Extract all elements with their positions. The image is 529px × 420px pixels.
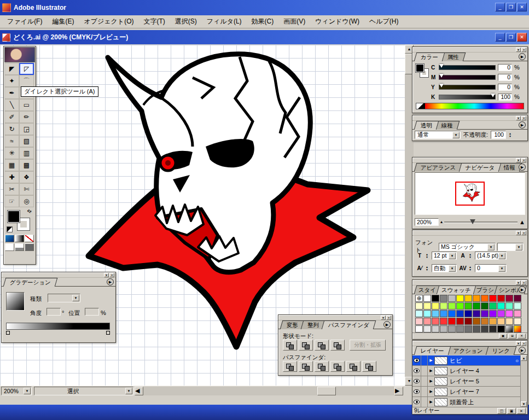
dropdown-arrow-icon[interactable]: ▼ (72, 295, 79, 301)
font-size-field[interactable]: 12 pt ▼ (432, 252, 457, 260)
layer-row[interactable]: ▶レイヤー 4 (412, 366, 520, 376)
swatch[interactable] (423, 295, 431, 302)
layer-row[interactable]: ▶ヒビ○ (412, 355, 520, 366)
character-palette-titlebar[interactable]: ▼ ✕ (412, 230, 527, 236)
swatch[interactable] (415, 325, 423, 332)
opacity-field[interactable]: 100 (491, 131, 506, 139)
menu-file[interactable]: ファイル(F) (2, 15, 47, 28)
swap-fill-stroke-icon[interactable]: ⇄ (26, 208, 33, 214)
swatch[interactable] (514, 295, 521, 302)
collapse-button[interactable]: ▼ (516, 281, 521, 285)
menu-filter[interactable]: フィルタ(L) (202, 15, 247, 28)
lock-toggle[interactable] (421, 376, 428, 387)
fullscreen-menu-button[interactable] (15, 243, 24, 251)
expand-triangle-icon[interactable]: ▶ (428, 379, 434, 383)
navigator-preview[interactable] (415, 172, 525, 215)
swatch[interactable] (448, 302, 456, 310)
kerning-field[interactable]: 自動 ▼ (432, 264, 457, 272)
font-family-dropdown[interactable]: MS ゴシック ▼ (439, 243, 496, 251)
yellow-value-field[interactable]: 0 (498, 84, 512, 91)
eyedropper-tool[interactable]: ✚ (4, 171, 19, 183)
swatch[interactable] (497, 318, 505, 325)
dropdown-arrow-icon[interactable]: ▼ (452, 132, 460, 138)
fill-proxy-small[interactable] (416, 64, 424, 72)
close-button[interactable]: ✕ (521, 341, 526, 346)
swatch[interactable] (489, 310, 497, 317)
swatch[interactable] (473, 325, 480, 332)
slider-knob[interactable] (491, 94, 495, 97)
swatch[interactable] (448, 310, 456, 317)
gradient-type-dropdown[interactable]: ▼ (48, 294, 80, 302)
zoom-dropdown-arrow-icon[interactable]: ▼ (24, 388, 31, 394)
swatch[interactable] (505, 295, 513, 302)
dropdown-arrow-icon[interactable]: ▼ (449, 265, 456, 272)
menu-select[interactable]: 選択(S) (170, 15, 202, 28)
menu-object[interactable]: オブジェクト(O) (79, 15, 138, 28)
hscroll-right-button[interactable]: ▶ (394, 387, 403, 395)
slice-tool[interactable]: ✂ (4, 183, 19, 195)
unite-button[interactable] (283, 340, 297, 351)
scroll-down-button[interactable]: ▼ (521, 401, 527, 407)
swatch[interactable] (473, 318, 480, 325)
swatch[interactable] (456, 310, 464, 317)
swatch[interactable] (514, 302, 521, 310)
visibility-toggle[interactable] (412, 376, 421, 387)
new-layer-button[interactable]: ▣ (507, 408, 516, 414)
gradient-ramp[interactable] (6, 323, 110, 330)
pen-tool[interactable]: ✒ (4, 87, 19, 99)
tab-layers[interactable]: レイヤー (414, 346, 451, 355)
layer-row[interactable]: ▶レイヤー 7 (412, 387, 520, 397)
tab-color[interactable]: カラー (414, 52, 445, 61)
app-titlebar[interactable]: Adobe Illustrator _ ❐ ✕ (0, 0, 529, 15)
tab-navigator[interactable]: ナビゲータ (458, 163, 501, 172)
swatch[interactable] (440, 325, 447, 332)
pathfinder-palette[interactable]: ▼ ✕ 変形 整列 パスファインダ ▶ 形状モード: 分割・拡張 パスファインダ… (278, 314, 393, 376)
close-button[interactable]: ✕ (386, 316, 391, 320)
direct-selection-tool[interactable]: ◸ (19, 63, 34, 75)
zoom-in-icon[interactable]: ▲ (519, 219, 525, 225)
gradient-location-field[interactable] (85, 308, 99, 316)
paintbrush-tool[interactable]: ✐ (4, 111, 19, 123)
intersect-button[interactable] (315, 340, 329, 351)
collapse-button[interactable]: ▼ (516, 341, 521, 346)
swatch[interactable] (432, 318, 439, 325)
fullscreen-button[interactable] (25, 243, 34, 251)
gradient-stop-left[interactable] (6, 331, 10, 335)
crop-button[interactable] (330, 361, 345, 372)
navigator-palette-titlebar[interactable]: ▼ ✕ (412, 158, 527, 163)
expand-triangle-icon[interactable]: ▶ (428, 389, 434, 394)
swatch[interactable] (432, 310, 439, 317)
zoom-out-icon[interactable]: ▴ (440, 219, 443, 225)
swatch[interactable] (432, 325, 439, 332)
gradient-palette[interactable]: ▼ ✕ グラデーション ▶ 種類 ▼ 角度 ° 位置 % (1, 272, 116, 343)
trim-button[interactable] (299, 361, 313, 372)
expand-triangle-icon[interactable]: ▶ (428, 400, 434, 404)
tool-status-box[interactable]: 選択 ▼ (34, 387, 133, 395)
swatch[interactable] (423, 310, 431, 317)
layer-row[interactable]: ▶レイヤー 5 (412, 376, 520, 387)
layers-palette[interactable]: ▼ ✕ レイヤー アクション リンク ▶ ▶ヒビ○▶レイヤー 4▶レイヤー 5▶… (412, 340, 528, 415)
lasso-tool[interactable]: ⌒ (19, 75, 34, 87)
font-size-stepper[interactable]: ▲▼ (426, 253, 430, 259)
delete-swatch-button[interactable]: ✕ (518, 334, 526, 339)
app-restore-button[interactable]: ❐ (506, 3, 516, 11)
swatch[interactable] (505, 310, 513, 317)
swatch[interactable] (432, 295, 439, 302)
dropdown-arrow-icon[interactable]: ▼ (498, 253, 505, 259)
pathfinder-palette-titlebar[interactable]: ▼ ✕ (278, 315, 392, 320)
zoom-slider-thumb[interactable] (470, 219, 475, 224)
tab-gradient[interactable]: グラデーション (3, 278, 58, 287)
swatch[interactable] (448, 295, 456, 302)
swatch[interactable] (514, 318, 521, 325)
navigator-viewbox[interactable] (455, 182, 485, 206)
collapse-button[interactable]: ▼ (516, 48, 521, 52)
swatch[interactable] (489, 295, 497, 302)
standard-screen-button[interactable] (5, 243, 14, 251)
swatch[interactable] (497, 325, 505, 332)
tab-swatches[interactable]: スウォッチ (437, 285, 476, 294)
color-button[interactable] (5, 235, 14, 242)
collapse-button[interactable]: ▼ (104, 273, 109, 277)
swatch[interactable] (473, 295, 480, 302)
swatch[interactable] (440, 318, 447, 325)
swatch[interactable] (456, 325, 464, 332)
